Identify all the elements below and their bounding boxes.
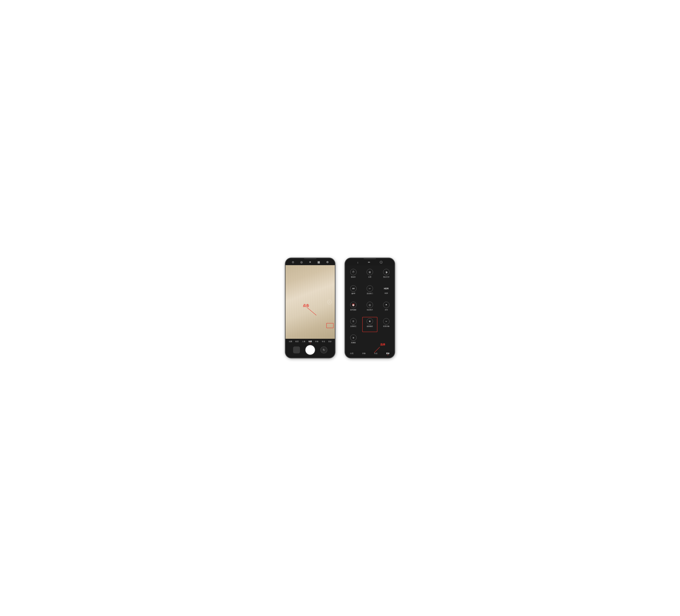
thumbnail-button[interactable] — [293, 346, 300, 353]
camera-controls: ↻ — [287, 343, 333, 357]
mode-night[interactable]: 夜景 — [295, 340, 299, 343]
phone2-bottom-bar: 选择 白照 录像 专业 更多 — [345, 351, 394, 358]
doc-correct-label: 文档矫正 — [350, 325, 357, 328]
watermark-label: 水印 — [385, 309, 388, 311]
download-icon[interactable]: ↓ — [357, 261, 359, 264]
super-macro-icon: ❀ — [367, 318, 373, 325]
watermark-icon: ⚑ — [383, 302, 390, 308]
phone2-top-bar: ↓ ✏ ⓘ — [345, 258, 394, 265]
phone-2-screen: ↓ ✏ ⓘ ⏱ 慢动作 ⊞ 全景 ◑ 黑白艺术 — [345, 258, 394, 358]
light-shutter-icon: ≡+ — [367, 285, 373, 292]
mode-selfie[interactable]: 白照 — [350, 352, 353, 355]
bw-art-icon: ◑ — [383, 269, 390, 275]
timer-icon[interactable]: ◎ — [300, 260, 303, 264]
annotation-click-text: 点击 — [303, 304, 309, 308]
phone1-top-bar: ⊙ ◎ ✕ ▦ ⚙ — [286, 258, 335, 265]
live-photo-icon[interactable]: ⊙ — [292, 260, 294, 264]
dual-video-label: 双景录像 — [383, 325, 390, 328]
mode-aperture[interactable]: 光圈 — [289, 340, 292, 343]
panorama-icon: ⊞ — [367, 269, 373, 275]
live-photo-label: 动态照片 — [367, 309, 373, 311]
mode-more-2[interactable]: 更多 — [386, 352, 390, 355]
mode-light-shutter[interactable]: ≡+ 流光快门 — [362, 283, 378, 300]
slow-motion-label: 慢动作 — [351, 276, 356, 278]
phone-1-screen: ⊙ ◎ ✕ ▦ ⚙ 1× 点击 — [286, 258, 335, 358]
edit-icon[interactable]: ✏ — [368, 260, 370, 264]
shutter-button[interactable] — [306, 345, 315, 355]
bw-art-label: 黑白艺术 — [383, 276, 390, 278]
mode-hdr[interactable]: HDR HDR — [378, 283, 394, 300]
mode-live-photo[interactable]: ◎ 动态照片 — [362, 300, 378, 316]
mode-high-res[interactable]: ⊕ 高像素 — [345, 333, 362, 349]
mode-bw-art[interactable]: ◑ 黑白艺术 — [378, 267, 394, 283]
mode-dual-video[interactable]: ∞ 双景录像 — [378, 316, 394, 333]
light-shutter-label: 流光快门 — [367, 292, 373, 295]
dual-video-icon: ∞ — [383, 318, 390, 325]
hdr-icon: HDR — [384, 285, 389, 292]
screenshot-container: ⊙ ◎ ✕ ▦ ⚙ 1× 点击 — [285, 258, 395, 358]
mode-video-2[interactable]: 录像 — [362, 352, 366, 355]
mode-video[interactable]: 录像 — [315, 340, 318, 343]
super-macro-label: 超级微距 — [367, 325, 373, 328]
flash-off-icon[interactable]: ✕ — [309, 260, 311, 264]
phone1-bottom-bar: 光圈 夜景 人像 拍照 录像 专业 更多 ↻ — [286, 339, 335, 358]
mode-pro[interactable]: 专业 — [322, 340, 325, 343]
mode-empty-2 — [362, 333, 378, 349]
doc-correct-icon: ☰ — [350, 318, 357, 325]
settings-icon[interactable]: ⚙ — [326, 260, 329, 264]
annotation-select-text: 选择 — [380, 343, 385, 346]
hdr-icon[interactable]: ▦ — [317, 260, 320, 264]
high-res-label: 高像素 — [351, 342, 356, 344]
info-icon[interactable]: ⓘ — [380, 260, 382, 264]
mode-watermark[interactable]: ⚑ 水印 — [378, 300, 394, 316]
mode-portrait[interactable]: 人像 — [302, 340, 305, 343]
mode-pro-2[interactable]: 专业 — [374, 352, 377, 355]
mode-photo[interactable]: 拍照 — [308, 340, 312, 343]
mode-empty-3 — [378, 333, 394, 349]
phone1-mode-tabs: 光圈 夜景 人像 拍照 录像 专业 更多 — [287, 340, 333, 343]
ar-icon: AR — [350, 285, 357, 292]
mode-super-macro[interactable]: ❀ 超级微距 — [362, 316, 378, 333]
phone2-mode-tabs: 白照 录像 专业 更多 — [346, 352, 394, 355]
mode-doc-correct[interactable]: ☰ 文档矫正 — [345, 316, 362, 333]
live-photo-icon: ◎ — [367, 302, 373, 308]
flip-icon: ↻ — [323, 348, 325, 352]
flip-camera-button[interactable]: ↻ — [320, 346, 327, 353]
timelapse-label: 延时摄影 — [350, 309, 357, 311]
slow-motion-icon: ⏱ — [350, 269, 357, 275]
phone-1-frame: ⊙ ◎ ✕ ▦ ⚙ 1× 点击 — [285, 258, 335, 358]
hdr-label: HDR — [385, 292, 388, 294]
mode-panorama[interactable]: ⊞ 全景 — [362, 267, 378, 283]
ar-label: 趣AR — [351, 292, 355, 295]
high-res-icon: ⊕ — [350, 335, 357, 341]
mode-slow-motion[interactable]: ⏱ 慢动作 — [345, 267, 362, 283]
timelapse-icon: ⏰ — [350, 302, 357, 308]
modes-grid: ⏱ 慢动作 ⊞ 全景 ◑ 黑白艺术 AR 趣AR ≡+ — [345, 265, 394, 351]
mode-ar[interactable]: AR 趣AR — [345, 283, 362, 300]
zoom-indicator[interactable]: 1× — [327, 300, 332, 304]
mode-more[interactable]: 更多 — [328, 340, 332, 343]
camera-viewfinder: 1× 点击 — [286, 265, 335, 339]
mode-timelapse[interactable]: ⏰ 延时摄影 — [345, 300, 362, 316]
panorama-label: 全景 — [368, 276, 371, 278]
phone-2-frame: ↓ ✏ ⓘ ⏱ 慢动作 ⊞ 全景 ◑ 黑白艺术 — [345, 258, 395, 358]
